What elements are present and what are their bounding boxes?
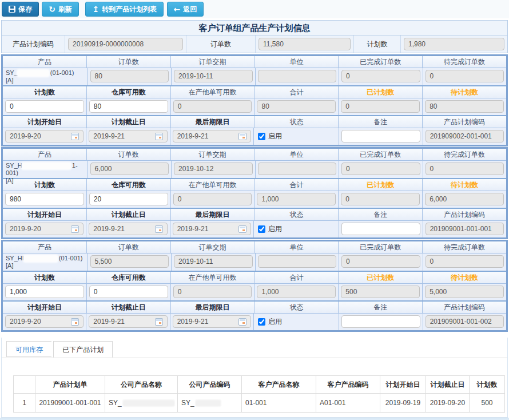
calendar-icon[interactable] [155, 133, 163, 140]
start-date-text: 2019-9-20 [10, 130, 41, 142]
deadline-input[interactable]: 2019-9-21 [173, 315, 251, 328]
tab-placed-plans[interactable]: 已下产品计划 [53, 341, 113, 358]
plan-code-col-header: 产品计划编码 [423, 209, 506, 220]
calendar-icon[interactable] [71, 318, 79, 326]
plan-qty-value: 1,980 [404, 38, 504, 50]
status-checkbox[interactable] [258, 133, 265, 140]
page-title: 客户订单组产品生产计划信息 [1, 20, 508, 35]
calendar-icon[interactable] [238, 318, 246, 326]
start-date-input[interactable]: 2019-9-20 [5, 315, 83, 328]
deadline-input[interactable]: 2019-9-21 [173, 130, 251, 142]
plans-table-header-row: 产品计划单 公司产品名称 公司产品编码 客户产品名称 客户产品编码 计划开始日 … [14, 376, 505, 394]
plan-qty-col-header: 计划数 [3, 179, 87, 191]
upload-icon: ↥ [92, 5, 99, 13]
deadline-col-header: 最后期限日 [171, 302, 255, 313]
col-header-customer-product-code: 客户产品编码 [316, 376, 380, 394]
end-date-col-header: 计划截止日 [87, 116, 171, 128]
cell-plan-start: 2019-09-19 [380, 394, 426, 413]
cell-rownum: 1 [14, 394, 35, 413]
other-order-qty-col-header: 在产他单可用数 [171, 86, 255, 98]
redacted-text [22, 163, 70, 169]
block-value-row-3: 2019-9-20 2019-9-21 2019-9-21 启用 [3, 220, 506, 237]
end-date-text: 2019-9-21 [93, 316, 125, 327]
tab-available-inventory[interactable]: 可用库存 [6, 341, 51, 357]
order-qty-col-header: 订单数 [87, 241, 171, 253]
remark-input[interactable] [341, 130, 420, 142]
calendar-icon[interactable] [71, 133, 79, 140]
total-field: 80 [257, 100, 336, 113]
remark-col-header: 备注 [339, 116, 423, 128]
plan-code-field: 201909001-001-001 [426, 223, 504, 235]
status-col-header: 状态 [254, 302, 339, 313]
due-date-field: 2019-10-11 [174, 70, 253, 82]
plan-qty-input[interactable] [5, 100, 84, 113]
planned-qty-field: 0 [341, 193, 420, 205]
remark-input[interactable] [341, 223, 420, 235]
completed-qty-col-header: 已完成订单数 [339, 149, 423, 160]
end-date-input[interactable]: 2019-9-21 [89, 223, 167, 235]
plan-blocks: 产品 订单数 订单交期 单位 已完成订单数 待完成订单数 SY_ (01-001… [1, 54, 508, 332]
goto-plan-list-label: 转到产品计划列表 [102, 5, 157, 14]
redacted-text [124, 401, 174, 406]
end-date-col-header: 计划截止日 [87, 302, 171, 313]
bottom-divider [0, 418, 509, 420]
remark-col-header: 备注 [339, 302, 423, 313]
company-product-code-prefix: SY_ [181, 399, 194, 407]
goto-plan-list-button[interactable]: ↥ 转到产品计划列表 [85, 2, 164, 17]
status-field: 启用 [254, 128, 339, 145]
total-field: 1,000 [257, 286, 336, 298]
table-row[interactable]: 1 201909001-001-001 SY_ SY_ 01-001 A01-0… [14, 394, 505, 413]
calendar-icon[interactable] [238, 133, 246, 140]
product-name-prefix: SY_HI [6, 255, 24, 261]
deadline-text: 2019-9-21 [177, 223, 209, 235]
cell-customer-product-name: 01-001 [242, 394, 316, 413]
remark-input[interactable] [341, 315, 420, 328]
status-checkbox[interactable] [258, 318, 265, 326]
order-qty-field: 6,000 [90, 163, 169, 175]
status-checkbox[interactable] [258, 225, 265, 233]
start-date-text: 2019-9-20 [10, 223, 41, 235]
pending-qty-field: 0 [426, 163, 504, 175]
pending-qty-col-header: 待完成订单数 [423, 56, 506, 68]
back-button[interactable]: ← 返回 [167, 2, 204, 17]
deadline-input[interactable]: 2019-9-21 [173, 223, 251, 235]
completed-qty-field: 0 [341, 163, 420, 175]
warehouse-qty-input[interactable] [89, 100, 168, 113]
refresh-button[interactable]: ↻ 刷新 [42, 2, 79, 17]
due-date-field: 2019-10-11 [174, 255, 253, 268]
calendar-icon[interactable] [71, 225, 79, 233]
calendar-icon[interactable] [155, 318, 163, 326]
unit-field [258, 255, 337, 268]
total-col-header: 合计 [254, 179, 339, 191]
end-date-input[interactable]: 2019-9-21 [89, 315, 167, 328]
unplanned-qty-col-header: 待计划数 [423, 272, 506, 283]
planned-qty-col-header: 已计划数 [339, 86, 423, 98]
order-qty-label: 订单数 [210, 39, 231, 49]
product-col-header: 产品 [3, 241, 87, 253]
end-date-input[interactable]: 2019-9-21 [89, 130, 167, 142]
start-date-input[interactable]: 2019-9-20 [5, 130, 83, 142]
plan-qty-label: 计划数 [367, 39, 388, 49]
placed-plans-panel: 产品计划单 公司产品名称 公司产品编码 客户产品名称 客户产品编码 计划开始日 … [2, 358, 507, 413]
col-header-plan-order: 产品计划单 [35, 376, 105, 394]
order-qty-col-header: 订单数 [87, 149, 171, 160]
completed-qty-field: 0 [341, 70, 420, 82]
warehouse-qty-input[interactable] [89, 286, 168, 298]
tab-bar: 可用库存 已下产品计划 [2, 338, 507, 358]
calendar-icon[interactable] [238, 225, 246, 233]
due-date-field: 2019-10-12 [174, 163, 253, 175]
warehouse-qty-input[interactable] [89, 193, 168, 205]
cell-plan-end: 2019-09-20 [426, 394, 470, 413]
status-col-header: 状态 [254, 209, 339, 220]
col-header-plan-end: 计划截止日 [426, 376, 470, 394]
col-header-plan-start: 计划开始日 [380, 376, 426, 394]
plan-qty-input[interactable] [5, 193, 84, 205]
product-name: SY_H 1-001) [A] [3, 161, 88, 178]
start-date-input[interactable]: 2019-9-20 [5, 223, 83, 235]
block-header-row-3: 计划开始日 计划截止日 最后期限日 状态 备注 产品计划编码 [3, 208, 506, 220]
col-header-customer-product-name: 客户产品名称 [242, 376, 316, 394]
calendar-icon[interactable] [155, 225, 163, 233]
save-button[interactable]: 保存 [2, 2, 39, 17]
due-date-col-header: 订单交期 [171, 149, 255, 160]
plan-qty-input[interactable] [5, 286, 84, 298]
